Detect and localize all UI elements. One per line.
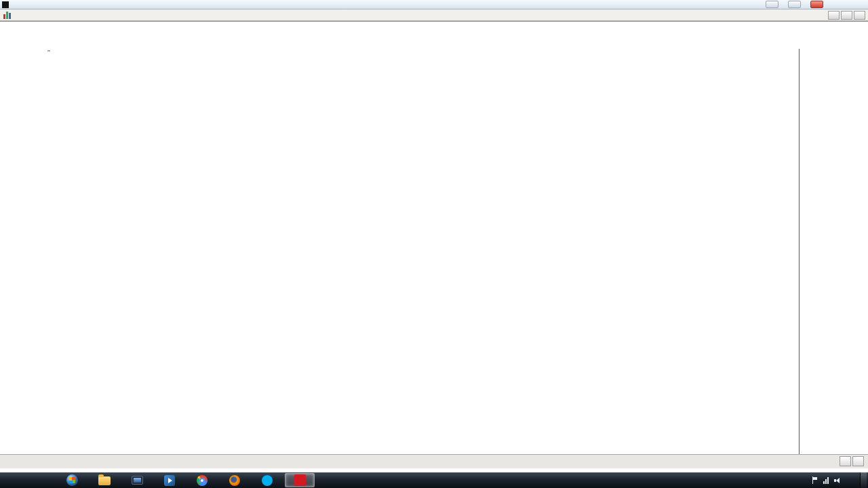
taskbar-firefox-button[interactable]: [220, 473, 250, 487]
taskbar-computer-button[interactable]: [122, 473, 152, 487]
chart-window: [0, 21, 868, 468]
child-window-controls: [828, 11, 865, 20]
firefox-icon: [229, 475, 240, 486]
close-button[interactable]: [810, 1, 823, 8]
taskbar: [0, 472, 868, 488]
xm-icon: [294, 474, 306, 486]
window-controls: [766, 1, 823, 8]
monitor-icon: [132, 476, 143, 485]
taskbar-skype-button[interactable]: [252, 473, 282, 487]
start-button[interactable]: [57, 473, 87, 487]
tab-scroll-right-button[interactable]: [852, 456, 864, 466]
chart-icon: [3, 11, 12, 19]
symbol-dropdown-icon[interactable]: [47, 50, 50, 52]
show-desktop-button[interactable]: [860, 472, 867, 488]
chart-symbol-ohlc: [47, 50, 53, 52]
taskbar-xm-button[interactable]: [285, 473, 315, 487]
media-player-icon: [164, 475, 175, 486]
menu-bar: [0, 9, 868, 21]
action-center-flag-icon[interactable]: [812, 476, 818, 484]
network-icon[interactable]: [823, 477, 829, 484]
title-bar: [0, 0, 868, 9]
child-close-button[interactable]: [854, 11, 865, 20]
chart-tab-bar: [0, 454, 868, 468]
minimize-button[interactable]: [766, 1, 778, 8]
skype-icon: [262, 475, 273, 486]
tab-scroll-left-button[interactable]: [840, 456, 851, 466]
folder-icon: [98, 476, 111, 485]
volume-icon[interactable]: [834, 477, 841, 484]
taskbar-chrome-button[interactable]: [187, 473, 217, 487]
child-restore-button[interactable]: [841, 11, 852, 20]
tab-scroll-arrows: [840, 455, 868, 468]
app-icon: [2, 1, 9, 8]
taskbar-media-button[interactable]: [155, 473, 184, 487]
price-chart-canvas[interactable]: [45, 49, 799, 463]
restore-button[interactable]: [788, 1, 801, 8]
price-axis[interactable]: [799, 49, 868, 465]
chrome-icon: [197, 475, 208, 486]
taskbar-explorer-button[interactable]: [90, 473, 119, 487]
child-minimize-button[interactable]: [828, 11, 840, 20]
windows-start-icon: [66, 474, 78, 486]
system-tray: [806, 472, 868, 488]
